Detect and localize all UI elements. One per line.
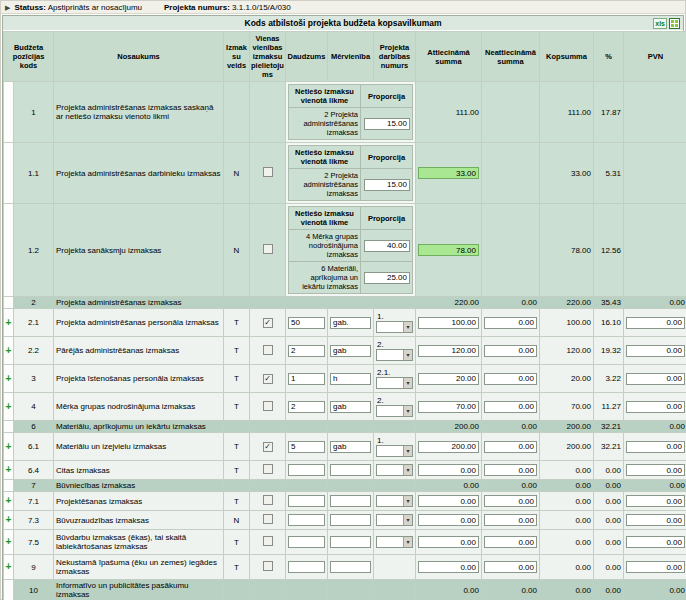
unit-input[interactable]	[330, 373, 371, 385]
unit-input[interactable]	[330, 561, 371, 573]
eligible-amount-input[interactable]	[418, 441, 479, 453]
quantity-input[interactable]	[288, 401, 325, 413]
activity-number-value: 1.	[376, 436, 413, 445]
add-row-icon[interactable]: +	[6, 317, 12, 328]
export-xls-icon[interactable]: xls	[653, 18, 667, 29]
add-row-icon[interactable]: +	[6, 536, 12, 547]
indirect-rate-label: 2 Projekta administrēšanas izmaksas	[289, 108, 361, 140]
proportion-input[interactable]	[364, 240, 410, 252]
non-eligible-amount-input[interactable]	[484, 317, 537, 329]
unit-input[interactable]	[330, 317, 371, 329]
activity-number-value: 2.	[376, 396, 413, 405]
proportion-input[interactable]	[364, 179, 410, 191]
add-row-icon[interactable]: +	[6, 464, 12, 475]
eligible-amount-highlight[interactable]	[418, 167, 479, 179]
activity-number-select[interactable]: ▾	[376, 405, 413, 417]
non-eligible-amount-input[interactable]	[484, 441, 537, 453]
percent-value: 12.56	[594, 204, 624, 297]
unit-cost-checkbox[interactable]: ✓	[263, 374, 273, 384]
vat-input[interactable]	[626, 345, 685, 357]
add-row-icon[interactable]: +	[6, 514, 12, 525]
activity-number-select[interactable]: ▾	[376, 377, 413, 389]
activity-number-select[interactable]: ▾	[376, 321, 413, 333]
activity-number-select[interactable]: ▾	[376, 445, 413, 457]
vat-input[interactable]	[626, 317, 685, 329]
add-row-icon[interactable]: +	[6, 441, 12, 452]
eligible-amount-input[interactable]	[418, 401, 479, 413]
quantity-input[interactable]	[288, 373, 325, 385]
vat-input[interactable]	[626, 401, 685, 413]
non-eligible-amount-input[interactable]	[484, 561, 537, 573]
unit-input[interactable]	[330, 345, 371, 357]
unit-cost-checkbox[interactable]	[263, 244, 273, 254]
eligible-amount-input[interactable]	[418, 495, 479, 507]
unit-cost-checkbox[interactable]: ✓	[263, 318, 273, 328]
eligible-amount-input[interactable]	[418, 561, 479, 573]
total-sum-value: 0.00	[540, 555, 594, 580]
unit-input[interactable]	[330, 495, 371, 507]
add-row-icon[interactable]: +	[6, 495, 12, 506]
eligible-amount-input[interactable]	[418, 345, 479, 357]
unit-cost-checkbox[interactable]	[263, 561, 273, 571]
unit-cost-checkbox[interactable]	[263, 345, 273, 355]
unit-cost-checkbox[interactable]	[263, 495, 273, 505]
vat-input[interactable]	[626, 495, 685, 507]
eligible-amount-input[interactable]	[418, 373, 479, 385]
quantity-input[interactable]	[288, 317, 325, 329]
quantity-input[interactable]	[288, 514, 325, 526]
unit-input[interactable]	[330, 441, 371, 453]
eligible-amount-highlight[interactable]	[418, 244, 479, 256]
eligible-amount-input[interactable]	[418, 317, 479, 329]
unit-cost-checkbox[interactable]	[263, 401, 273, 411]
add-row-icon[interactable]: +	[6, 373, 12, 384]
activity-number-select[interactable]: ▾	[376, 514, 413, 526]
quantity-input[interactable]	[288, 441, 325, 453]
proportion-input[interactable]	[364, 118, 410, 130]
budget-position-name: Informatīvo un publicitātes pasākumu izm…	[54, 580, 224, 600]
activity-number-select[interactable]: ▾	[376, 464, 413, 476]
vat-input[interactable]	[626, 561, 685, 573]
add-row-icon[interactable]: +	[6, 345, 12, 356]
proportion-input[interactable]	[364, 272, 410, 284]
vat-input[interactable]	[626, 464, 685, 476]
eligible-amount-input[interactable]	[418, 536, 479, 548]
vat-input[interactable]	[626, 373, 685, 385]
unit-cost-checkbox[interactable]	[263, 167, 273, 177]
non-eligible-amount-input[interactable]	[484, 373, 537, 385]
collapse-arrow-icon[interactable]: ▶	[5, 4, 10, 11]
unit-input[interactable]	[330, 514, 371, 526]
unit-cost-checkbox[interactable]	[263, 536, 273, 546]
vat-input[interactable]	[626, 514, 685, 526]
add-row-icon[interactable]: +	[6, 401, 12, 412]
page: ▶ Statuss: Apstiprināts ar nosacījumu Pr…	[0, 0, 686, 600]
non-eligible-amount-input[interactable]	[484, 401, 537, 413]
quantity-input[interactable]	[288, 495, 325, 507]
add-row-icon[interactable]: +	[6, 561, 12, 572]
non-eligible-amount-input[interactable]	[484, 464, 537, 476]
cost-type-value: T	[224, 365, 250, 393]
unit-cost-checkbox[interactable]	[263, 464, 273, 474]
vat-input[interactable]	[626, 441, 685, 453]
unit-input[interactable]	[330, 401, 371, 413]
non-eligible-amount-input[interactable]	[484, 536, 537, 548]
quantity-input[interactable]	[288, 536, 325, 548]
non-eligible-amount-input[interactable]	[484, 495, 537, 507]
activity-number-select[interactable]: ▾	[376, 536, 413, 548]
vat-input[interactable]	[626, 536, 685, 548]
unit-input[interactable]	[330, 536, 371, 548]
budget-position-name: Mērķa grupas nodrošinājuma izmaksas	[54, 393, 224, 421]
eligible-amount-input[interactable]	[418, 464, 479, 476]
eligible-amount-input[interactable]	[418, 514, 479, 526]
activity-number-select[interactable]: ▾	[376, 495, 413, 507]
quantity-input[interactable]	[288, 345, 325, 357]
quantity-input[interactable]	[288, 561, 325, 573]
unit-input[interactable]	[330, 464, 371, 476]
budget-position-code: 10	[14, 580, 54, 600]
export-excel-grid-icon[interactable]	[669, 18, 680, 29]
unit-cost-checkbox[interactable]: ✓	[263, 442, 273, 452]
quantity-input[interactable]	[288, 464, 325, 476]
non-eligible-amount-input[interactable]	[484, 345, 537, 357]
activity-number-select[interactable]: ▾	[376, 349, 413, 361]
unit-cost-checkbox[interactable]	[263, 514, 273, 524]
non-eligible-amount-input[interactable]	[484, 514, 537, 526]
